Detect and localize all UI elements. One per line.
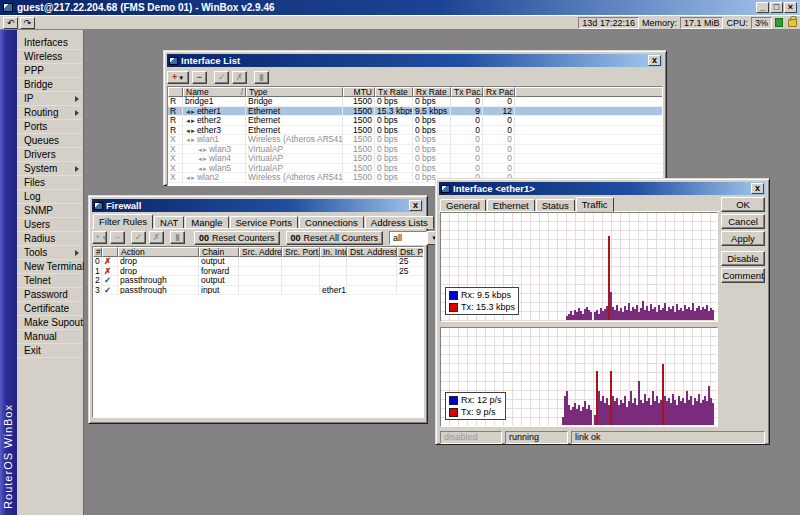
ok-button[interactable]: OK — [721, 197, 765, 212]
sidebar-item-bridge[interactable]: Bridge — [17, 78, 83, 92]
table-row[interactable]: 0✗dropoutput25 — [93, 257, 423, 267]
sidebar-item-radius[interactable]: Radius — [17, 232, 83, 246]
sidebar-item-interfaces[interactable]: Interfaces — [17, 36, 83, 50]
reset-all-counters-button[interactable]: 00Reset All Counters — [286, 231, 384, 245]
sidebar-item-new-terminal[interactable]: New Terminal — [17, 260, 83, 274]
column-header-rxp[interactable]: Rx Pac... — [483, 87, 515, 97]
column-header-action[interactable]: Action — [118, 247, 199, 257]
sidebar-item-users[interactable]: Users — [17, 218, 83, 232]
sidebar-item-files[interactable]: Files — [17, 176, 83, 190]
column-header-icon[interactable] — [102, 247, 118, 257]
table-row[interactable]: X◄►wlan4VirtualAP15000 bps0 bps00 — [168, 154, 662, 164]
column-header-flag[interactable] — [168, 87, 183, 97]
undo-icon[interactable]: ↶ — [3, 17, 18, 29]
cell-name: ◄►wlan3 — [183, 145, 246, 155]
sidebar-item-password[interactable]: Password — [17, 288, 83, 302]
sidebar-item-certificate[interactable]: Certificate — [17, 302, 83, 316]
tab-address-lists[interactable]: Address Lists — [365, 216, 434, 229]
column-header-txp[interactable]: Tx Pac... — [451, 87, 483, 97]
table-row[interactable]: X◄►wlan1Wireless (Atheros AR5413)15000 b… — [168, 135, 662, 145]
interface-detail-close-icon[interactable]: x — [751, 183, 764, 194]
sidebar-item-snmp[interactable]: SNMP — [17, 204, 83, 218]
sidebar-item-manual[interactable]: Manual — [17, 330, 83, 344]
add-button[interactable]: +▼ — [167, 71, 189, 84]
sidebar-item-ppp[interactable]: PPP — [17, 64, 83, 78]
sidebar-item-log[interactable]: Log — [17, 190, 83, 204]
sidebar-item-system[interactable]: System — [17, 162, 83, 176]
tab-filter-rules[interactable]: Filter Rules — [93, 214, 153, 229]
column-header-tx[interactable]: Tx Rate — [375, 87, 413, 97]
table-row[interactable]: 3✓passthroughinputether1 — [93, 286, 423, 296]
column-header-rx[interactable]: Rx Rate — [413, 87, 451, 97]
sidebar-item-routing[interactable]: Routing — [17, 106, 83, 120]
sidebar-item-ip[interactable]: IP — [17, 92, 83, 106]
redo-icon[interactable]: ↷ — [20, 17, 35, 29]
sidebar-item-make-supout-rif[interactable]: Make Supout.rif — [17, 316, 83, 330]
enable-button[interactable]: ✓ — [214, 71, 229, 84]
disable-button[interactable]: Disable — [721, 251, 765, 266]
tab-mangle[interactable]: Mangle — [185, 216, 228, 229]
interface-detail-titlebar[interactable]: Interface <ether1> x — [439, 182, 766, 195]
interface-list-titlebar[interactable]: Interface List x — [167, 54, 663, 67]
tab-general[interactable]: General — [440, 199, 486, 212]
apply-button[interactable]: Apply — [721, 231, 765, 246]
tab-ethernet[interactable]: Ethernet — [487, 199, 535, 212]
cell-txp: 0 — [451, 97, 483, 107]
sidebar-item-ports[interactable]: Ports — [17, 120, 83, 134]
reset-counters-button[interactable]: 00Reset Counters — [194, 231, 280, 245]
disable-button[interactable]: ✗ — [232, 71, 247, 84]
cell-flag: X — [168, 154, 183, 164]
column-header-num[interactable]: # — [93, 247, 102, 257]
maximize-button[interactable]: □ — [770, 2, 783, 13]
table-row[interactable]: 2✓passthroughoutput — [93, 276, 423, 286]
table-row[interactable]: Rbridge1Bridge15000 bps0 bps00 — [168, 97, 662, 107]
column-header-dst_address[interactable]: Dst. Address — [347, 247, 397, 257]
traffic-bar — [712, 310, 714, 320]
table-row[interactable]: X◄►wlan3VirtualAP15000 bps0 bps00 — [168, 145, 662, 155]
column-header-mtu[interactable]: MTU — [343, 87, 375, 97]
table-row[interactable]: R◄►ether2Ethernet15000 bps0 bps00 — [168, 116, 662, 126]
disable-button[interactable]: ✗ — [149, 231, 164, 244]
cell-tx: 0 bps — [375, 135, 413, 145]
comment-button[interactable]: Comment — [721, 268, 765, 283]
sidebar-item-telnet[interactable]: Telnet — [17, 274, 83, 288]
tab-traffic[interactable]: Traffic — [576, 197, 614, 212]
column-header-fill[interactable] — [515, 87, 663, 97]
column-header-type[interactable]: Type — [246, 87, 343, 97]
firewall-titlebar[interactable]: Firewall x — [92, 199, 424, 212]
remove-button[interactable]: − — [192, 71, 207, 84]
tab-service-ports[interactable]: Service Ports — [230, 216, 299, 229]
interface-list-close-icon[interactable]: x — [648, 55, 661, 66]
tab-nat[interactable]: NAT — [154, 216, 184, 229]
enable-button[interactable]: ✓ — [131, 231, 146, 244]
column-header-dst_port[interactable]: Dst. Port — [397, 247, 424, 257]
column-header-name[interactable]: Name/ — [183, 87, 246, 97]
filter-dropdown[interactable]: all ▼ — [389, 231, 441, 245]
firewall-close-icon[interactable]: x — [409, 200, 422, 211]
cancel-button[interactable]: Cancel — [721, 214, 765, 229]
filter-dropdown-value[interactable]: all — [389, 231, 427, 245]
column-header-src_port[interactable]: Src. Port — [282, 247, 320, 257]
sidebar-item-wireless[interactable]: Wireless — [17, 50, 83, 64]
sidebar-item-queues[interactable]: Queues — [17, 134, 83, 148]
table-row[interactable]: R◄►ether3Ethernet15000 bps0 bps00 — [168, 126, 662, 136]
sidebar-item-tools[interactable]: Tools — [17, 246, 83, 260]
column-header-chain[interactable]: Chain — [199, 247, 239, 257]
table-row[interactable]: X◄►wlan5VirtualAP15000 bps0 bps00 — [168, 164, 662, 174]
remove-button[interactable]: − — [110, 231, 125, 244]
add-button[interactable]: +▼ — [92, 231, 107, 244]
comment-button[interactable]: ▮ — [170, 231, 185, 244]
cell-tx: 0 bps — [375, 97, 413, 107]
minimize-button[interactable]: _ — [756, 2, 769, 13]
comment-button[interactable]: ▮ — [254, 71, 269, 84]
tab-status[interactable]: Status — [536, 199, 575, 212]
tab-connections[interactable]: Connections — [299, 216, 364, 229]
sidebar-item-drivers[interactable]: Drivers — [17, 148, 83, 162]
column-header-in_interface[interactable]: In. Inter... — [320, 247, 347, 257]
column-header-src_address[interactable]: Src. Address — [239, 247, 282, 257]
sidebar-item-exit[interactable]: Exit — [17, 344, 83, 358]
cell-type: VirtualAP — [246, 145, 343, 155]
table-row[interactable]: R◄►ether1Ethernet150015.3 kbps9.5 kbps91… — [168, 107, 662, 117]
table-row[interactable]: 1✗dropforward25 — [93, 267, 423, 277]
close-button[interactable]: × — [784, 2, 797, 13]
